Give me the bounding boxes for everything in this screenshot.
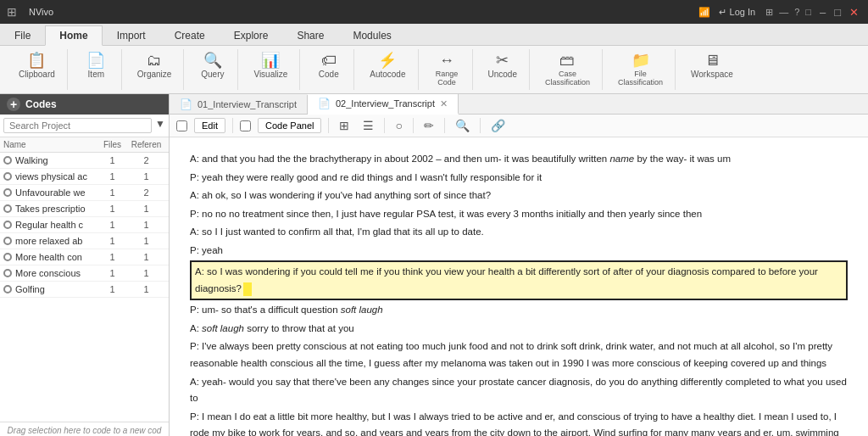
code-item[interactable]: Golfing 1 1	[0, 282, 169, 298]
doc-line-5: A: so I I just wanted to confirm all tha…	[190, 224, 848, 241]
code-ref: 1	[127, 171, 165, 182]
ribbon-tabs: File Home Import Create Explore Share Mo…	[0, 24, 868, 46]
query-button[interactable]: 🔍 Query	[196, 51, 230, 81]
code-ref: 2	[127, 155, 165, 165]
organize-label: Organize	[137, 70, 172, 79]
close-btn[interactable]: ✕	[849, 6, 859, 19]
doc-line-3: A: ah ok, so I was wondering if you've h…	[190, 187, 848, 204]
tab-modules[interactable]: Modules	[338, 25, 405, 46]
autocode-button[interactable]: ⚡ Autocode	[364, 51, 410, 81]
clipboard-button[interactable]: 📋 Clipboard	[14, 51, 60, 81]
toolbar-icon-2: —	[779, 7, 788, 17]
range-code-button[interactable]: ↔ Range Code	[430, 51, 464, 88]
code-button[interactable]: 🏷 Code	[312, 51, 346, 81]
doc-tabs: 📄 01_Interview_Transcript 📄 02_Interview…	[170, 94, 868, 115]
doc-toolbar-checkbox-2[interactable]	[240, 120, 251, 131]
login-btn[interactable]: ↵ Log In	[719, 7, 755, 18]
code-ref: 1	[127, 204, 165, 214]
codes-header: + Codes	[0, 94, 169, 115]
code-item[interactable]: Regular health c 1 1	[0, 217, 169, 233]
list-icon[interactable]: ☰	[359, 117, 377, 134]
tab-import[interactable]: Import	[103, 25, 160, 46]
main-area: + Codes ▼ Name Files Referen Walking 1 2…	[0, 94, 868, 436]
circle-icon[interactable]: ○	[392, 117, 405, 134]
doc-toolbar: Edit Code Panel ⊞ ☰ ○ ✏ 🔍 🔗	[170, 115, 868, 137]
item-button[interactable]: 📄 Item	[79, 51, 113, 81]
tab-home[interactable]: Home	[45, 25, 102, 46]
visualize-button[interactable]: 📊 Visualize	[248, 51, 292, 81]
codes-search-bar: ▼	[0, 115, 169, 137]
organize-icon: 🗂	[147, 53, 162, 68]
clipboard-icon: 📋	[27, 53, 46, 68]
doc-tab-1[interactable]: 📄 01_Interview_Transcript	[170, 95, 308, 114]
toolbar-icon-3: ?	[794, 7, 799, 17]
code-name: Golfing	[15, 284, 97, 294]
code-dot	[3, 156, 12, 165]
doc-line-9: A: soft laugh sorry to throw that at you	[190, 321, 848, 338]
ribbon-group-item: 📄 Item	[71, 49, 122, 90]
code-item[interactable]: More health con 1 1	[0, 249, 169, 266]
toolbar-icon-4: □	[805, 7, 811, 17]
workspace-button[interactable]: 🖥 Workspace	[686, 51, 738, 81]
codes-search-dropdown-icon[interactable]: ▼	[155, 118, 165, 133]
tab-share[interactable]: Share	[282, 25, 338, 46]
code-name: more relaxed ab	[15, 236, 97, 246]
code-name: Regular health c	[15, 220, 97, 230]
code-files: 1	[97, 187, 127, 198]
code-ref: 1	[127, 252, 165, 262]
doc-line-12: P: I mean I do eat a little bit more hea…	[190, 409, 848, 436]
tab-create[interactable]: Create	[160, 25, 220, 46]
code-item[interactable]: more relaxed ab 1 1	[0, 233, 169, 249]
doc-tab-2-close-icon[interactable]: ✕	[440, 98, 448, 109]
code-item[interactable]: Unfavourable we 1 2	[0, 185, 169, 201]
workspace-label: Workspace	[691, 70, 733, 79]
codes-plus-icon[interactable]: +	[7, 98, 20, 111]
doc-line-2: P: yeah they were really good and re did…	[190, 170, 848, 187]
visualize-label: Visualize	[253, 70, 287, 79]
doc-tab-1-label: 01_Interview_Transcript	[198, 99, 297, 109]
organize-button[interactable]: 🗂 Organize	[132, 51, 177, 81]
link-icon[interactable]: 🔗	[487, 117, 509, 134]
col-files-header: Files	[97, 140, 127, 149]
code-item[interactable]: More conscious 1 1	[0, 266, 169, 282]
doc-line-4: P: no no no treatment since then, I just…	[190, 206, 848, 223]
toolbar-icon-1: ⊞	[765, 7, 773, 18]
doc-toolbar-checkbox[interactable]	[176, 120, 187, 131]
code-item[interactable]: views physical ac 1 1	[0, 169, 169, 185]
code-name: Takes prescriptio	[15, 204, 97, 214]
ribbon-content: 📋 Clipboard 📄 Item 🗂 Organize 🔍 Query	[0, 46, 868, 93]
file-classification-icon: 📁	[632, 53, 650, 68]
cursor-marker	[243, 282, 252, 296]
tab-file[interactable]: File	[0, 25, 45, 46]
code-name: Unfavourable we	[15, 187, 97, 198]
code-item[interactable]: Takes prescriptio 1 1	[0, 201, 169, 217]
edit-button[interactable]: Edit	[194, 118, 225, 133]
layout-icon[interactable]: ⊞	[336, 117, 353, 134]
case-classification-button[interactable]: 🗃 Case Classification	[540, 51, 595, 88]
code-files: 1	[97, 171, 127, 182]
search-icon[interactable]: 🔍	[452, 117, 473, 134]
code-dot	[3, 188, 12, 197]
doc-line-highlighted: A: so I was wondering if you could tell …	[190, 260, 848, 300]
ribbon-group-query: 🔍 Query	[187, 49, 238, 90]
code-ref: 2	[127, 187, 165, 198]
toolbar-separator-5	[444, 118, 445, 133]
doc-tab-2[interactable]: 📄 02_Interview_Transcript ✕	[308, 94, 459, 115]
toolbar-separator-1	[232, 118, 233, 133]
title-bar: ⊞ NVivo 📶 ↵ Log In ⊞ — ? □ – □ ✕	[0, 0, 868, 24]
ribbon-group-case-classification: 🗃 Case Classification	[533, 49, 603, 90]
case-classification-icon: 🗃	[559, 53, 575, 68]
autocode-icon: ⚡	[378, 53, 397, 68]
tab-explore[interactable]: Explore	[220, 25, 283, 46]
codes-search-input[interactable]	[3, 118, 152, 133]
maximize-btn[interactable]: □	[834, 6, 841, 19]
file-classification-button[interactable]: 📁 File Classification	[613, 51, 668, 88]
uncode-button[interactable]: ✂ Uncode	[483, 51, 522, 81]
edit-pen-icon[interactable]: ✏	[420, 117, 437, 134]
soft-laugh-2: soft laugh	[202, 323, 244, 333]
code-item[interactable]: Walking 1 2	[0, 153, 169, 169]
ribbon: File Home Import Create Explore Share Mo…	[0, 24, 868, 94]
minimize-btn[interactable]: –	[820, 6, 826, 19]
codes-table-header: Name Files Referen	[0, 137, 169, 153]
code-panel-button[interactable]: Code Panel	[258, 118, 322, 133]
